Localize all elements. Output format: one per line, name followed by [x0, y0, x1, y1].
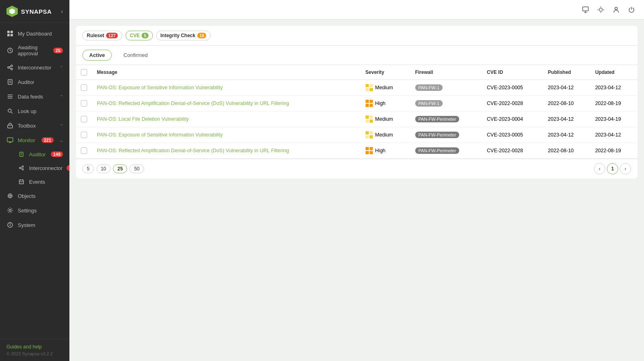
sub-tab-active[interactable]: Active	[82, 50, 112, 61]
tab-cve[interactable]: CVE 5	[125, 31, 153, 40]
sidebar-item-settings[interactable]: Settings	[0, 203, 69, 218]
row-3-firewall: PAN-FW-Perimeter	[410, 127, 482, 143]
severity-cell-0: Medium	[366, 84, 406, 91]
sidebar-collapse-button[interactable]: ‹	[61, 8, 63, 15]
page-1-button[interactable]: 1	[607, 163, 618, 174]
sidebar-item-dashboard[interactable]: My Dashboard	[0, 26, 69, 41]
severity-icon-2	[366, 115, 373, 123]
page-size-25[interactable]: 25	[113, 164, 127, 173]
prev-page-button[interactable]: ‹	[594, 163, 605, 174]
sidebar-item-auditor[interactable]: Auditor	[0, 75, 69, 89]
row-checkbox-2[interactable]	[81, 116, 87, 122]
chevron-icon: ⌃	[60, 65, 63, 70]
svg-point-23	[19, 167, 21, 169]
tab-integrity[interactable]: Integrity Check 16	[156, 31, 211, 40]
sidebar-item-awaiting[interactable]: Awaiting approval 25	[0, 41, 69, 60]
svg-marker-0	[9, 8, 15, 14]
app-name: SYNAPSA	[21, 8, 52, 15]
svg-rect-39	[583, 7, 588, 11]
row-0-published: 2023-04-12	[543, 80, 590, 96]
awaiting-badge: 25	[53, 48, 63, 53]
row-4-checkbox-cell	[76, 143, 92, 159]
message-link-4[interactable]: PAN-OS: Reflected Amplification Denial-o…	[97, 148, 289, 153]
chevron-icon: ⌃	[60, 94, 63, 99]
severity-cell-2: Medium	[366, 115, 406, 123]
message-link-1[interactable]: PAN-OS: Reflected Amplification Denial-o…	[97, 101, 289, 106]
svg-line-9	[9, 66, 11, 67]
row-1-firewall: PAN-FW-1	[410, 96, 482, 111]
topbar	[69, 0, 644, 19]
table-row: PAN-OS: Local File Deletion Vulnerabilit…	[76, 111, 638, 127]
sidebar-item-objects[interactable]: Objects	[0, 189, 69, 203]
pagination-row: 5 10 25 50 ‹ 1 ›	[76, 159, 638, 178]
tab-cve-count: 5	[142, 33, 148, 38]
toolbox-icon	[6, 122, 14, 129]
col-checkbox	[76, 65, 92, 80]
row-3-published: 2023-04-12	[543, 127, 590, 143]
power-icon[interactable]	[627, 5, 636, 14]
logo-icon	[6, 6, 18, 17]
page-size-50[interactable]: 50	[130, 164, 144, 173]
next-page-button[interactable]: ›	[620, 163, 631, 174]
row-checkbox-3[interactable]	[81, 132, 87, 138]
row-0-message: PAN-OS: Exposure of Sensitive Informatio…	[92, 80, 361, 96]
table-row: PAN-OS: Exposure of Sensitive Informatio…	[76, 127, 638, 143]
dashboard-icon	[6, 30, 14, 37]
col-message: Message	[92, 65, 361, 80]
firewall-badge-0: PAN-FW-1	[415, 84, 443, 91]
theme-toggle-icon[interactable]	[596, 5, 605, 14]
row-1-checkbox-cell	[76, 96, 92, 111]
svg-point-25	[22, 169, 24, 170]
row-0-checkbox-cell	[76, 80, 92, 96]
page-size-5[interactable]: 5	[82, 164, 94, 173]
sidebar-item-system[interactable]: System	[0, 218, 69, 232]
message-link-2[interactable]: PAN-OS: Local File Deletion Vulnerabilit…	[97, 116, 189, 122]
tab-ruleset[interactable]: Ruleset 127	[82, 31, 122, 40]
severity-cell-4: High	[366, 147, 406, 154]
row-checkbox-4[interactable]	[81, 147, 87, 154]
row-3-cve-id: CVE-2023-0005	[482, 127, 543, 143]
sidebar-item-auditor-sub[interactable]: Auditor 148	[0, 147, 69, 161]
tab-ruleset-count: 127	[106, 33, 117, 38]
select-all-checkbox[interactable]	[81, 69, 87, 76]
cve-data-table: Message Severity Firewall CVE ID Publish…	[76, 65, 638, 159]
col-cve-id: CVE ID	[482, 65, 543, 80]
user-icon[interactable]	[612, 5, 621, 14]
svg-point-47	[615, 7, 617, 10]
message-link-3[interactable]: PAN-OS: Exposure of Sensitive Informatio…	[97, 132, 223, 138]
page-size-10[interactable]: 10	[96, 164, 111, 173]
sub-tab-confirmed[interactable]: Confirmed	[117, 50, 155, 61]
sidebar-item-label: Look up	[18, 108, 36, 114]
monitor-icon	[6, 136, 14, 144]
sidebar-item-events[interactable]: Events	[0, 175, 69, 189]
tab-ruleset-label: Ruleset	[87, 33, 104, 38]
tab-integrity-count: 16	[197, 33, 206, 38]
col-updated: Updated	[590, 65, 638, 80]
row-checkbox-1[interactable]	[81, 100, 87, 107]
table-header-row: Message Severity Firewall CVE ID Publish…	[76, 65, 638, 80]
row-2-firewall: PAN-FW-Perimeter	[410, 111, 482, 127]
version-text: © 2023 Synapsa v3.2.2	[6, 351, 63, 356]
row-3-checkbox-cell	[76, 127, 92, 143]
sidebar-item-datafeeds[interactable]: Data feeds ⌃	[0, 89, 69, 104]
guides-link[interactable]: Guides and help	[6, 344, 63, 350]
severity-icon-0	[366, 84, 373, 91]
sidebar-item-interconnector[interactable]: Interconnector ⌃	[0, 60, 69, 75]
svg-point-35	[9, 210, 11, 212]
auditor-icon	[6, 78, 14, 86]
auditor-sub-badge: 148	[51, 151, 63, 157]
sidebar-item-toolbox[interactable]: Toolbox ⌃	[0, 118, 69, 133]
severity-icon-3	[366, 131, 373, 139]
sidebar-item-interconnector-sub[interactable]: Interconnector 73	[0, 161, 69, 175]
row-checkbox-0[interactable]	[81, 84, 87, 91]
row-1-severity: High	[361, 96, 410, 111]
message-link-0[interactable]: PAN-OS: Exposure of Sensitive Informatio…	[97, 85, 223, 90]
notifications-icon[interactable]	[581, 5, 590, 14]
sidebar-item-monitor[interactable]: Monitor 221 ⌄	[0, 133, 69, 147]
sidebar-item-label: Data feeds	[18, 94, 43, 100]
row-0-severity: Medium	[361, 80, 410, 96]
sidebar-item-label: System	[18, 222, 35, 228]
sidebar-item-lookup[interactable]: Look up	[0, 104, 69, 118]
row-4-message: PAN-OS: Reflected Amplification Denial-o…	[92, 143, 361, 159]
col-firewall: Firewall	[410, 65, 482, 80]
